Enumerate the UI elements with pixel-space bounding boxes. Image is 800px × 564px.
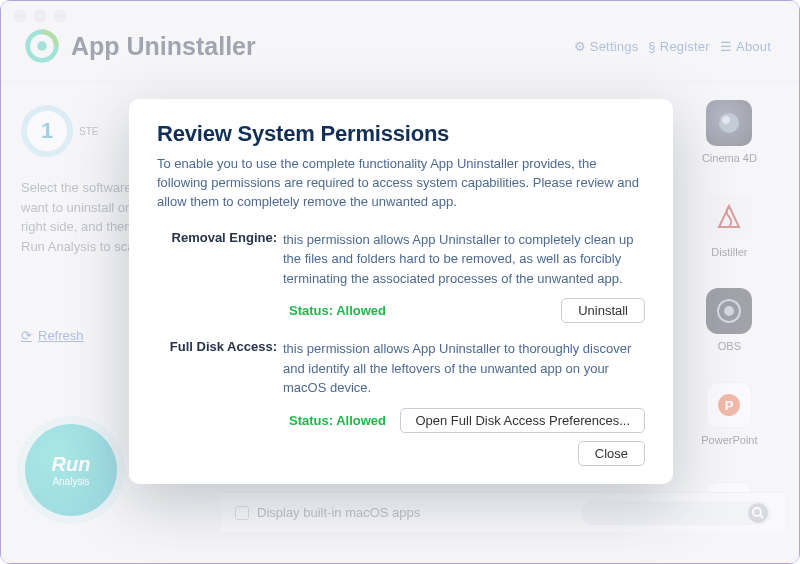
perm1-status: Status: Allowed [289, 303, 386, 318]
perm2-label: Full Disk Access: [157, 339, 283, 398]
uninstall-button[interactable]: Uninstall [561, 298, 645, 323]
close-button[interactable]: Close [578, 441, 645, 466]
modal-title: Review System Permissions [157, 121, 645, 147]
permissions-modal: Review System Permissions To enable you … [129, 99, 673, 484]
perm2-status: Status: Allowed [289, 413, 386, 428]
modal-description: To enable you to use the complete functi… [157, 155, 645, 212]
perm1-label: Removal Engine: [157, 230, 283, 289]
perm2-text: this permission allows App Uninstaller t… [283, 339, 645, 398]
open-fda-preferences-button[interactable]: Open Full Disk Access Preferences... [400, 408, 645, 433]
app-window: App Uninstaller ⚙ Settings § Register ☰ … [0, 0, 800, 564]
perm1-text: this permission allows App Uninstaller t… [283, 230, 645, 289]
